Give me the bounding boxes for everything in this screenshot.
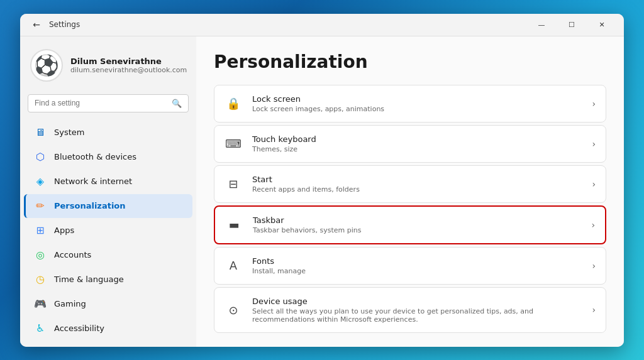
start-icon: ⊟ xyxy=(225,175,242,193)
sidebar-item-label-personalization: Personalization xyxy=(54,201,126,210)
lock-screen-text: Lock screenLock screen images, apps, ani… xyxy=(252,94,582,113)
settings-item-taskbar[interactable]: ▬TaskbarTaskbar behaviors, system pins› xyxy=(214,205,606,244)
accounts-icon: ◎ xyxy=(34,249,47,261)
touch-keyboard-icon: ⌨ xyxy=(225,135,242,153)
device-usage-desc: Select all the ways you plan to use your… xyxy=(252,307,582,324)
nav-list: 🖥System⬡Bluetooth & devices◈Network & in… xyxy=(20,120,196,347)
settings-list: 🔒Lock screenLock screen images, apps, an… xyxy=(214,85,606,333)
sidebar-item-accessibility[interactable]: ♿Accessibility xyxy=(24,317,192,341)
sidebar-item-apps[interactable]: ⊞Apps xyxy=(24,219,192,243)
taskbar-text: TaskbarTaskbar behaviors, system pins xyxy=(253,215,581,234)
search-icon: 🔍 xyxy=(172,99,182,108)
close-button[interactable]: ✕ xyxy=(587,14,616,35)
page-title: Personalization xyxy=(214,52,606,72)
sidebar-item-label-gaming: Gaming xyxy=(54,299,86,308)
avatar: ⚽ xyxy=(30,49,63,82)
touch-keyboard-text: Touch keyboardThemes, size xyxy=(252,134,582,153)
settings-item-touch-keyboard[interactable]: ⌨Touch keyboardThemes, size› xyxy=(214,125,606,163)
sidebar-item-label-accounts: Accounts xyxy=(54,250,91,259)
sidebar-item-label-time: Time & language xyxy=(54,275,124,284)
main-wrapper: Personalization 🔒Lock screenLock screen … xyxy=(196,36,624,347)
start-chevron-icon: › xyxy=(592,179,596,189)
search-input[interactable] xyxy=(35,99,167,107)
fonts-icon: A xyxy=(225,257,242,275)
time-icon: ◷ xyxy=(34,273,47,286)
taskbar-icon: ▬ xyxy=(225,216,243,234)
lock-screen-title: Lock screen xyxy=(252,94,582,104)
device-usage-chevron-icon: › xyxy=(592,305,596,315)
sidebar-item-label-accessibility: Accessibility xyxy=(54,324,104,333)
fonts-chevron-icon: › xyxy=(592,261,596,271)
sidebar-item-privacy[interactable]: 🛡Privacy & security xyxy=(24,341,192,347)
search-box[interactable]: 🔍 xyxy=(28,94,189,112)
user-email: dilum.senevirathne@outlook.com xyxy=(70,66,187,74)
device-usage-text: Device usageSelect all the ways you plan… xyxy=(252,297,582,324)
fonts-desc: Install, manage xyxy=(252,267,582,275)
sidebar-item-bluetooth[interactable]: ⬡Bluetooth & devices xyxy=(24,145,192,169)
user-name: Dilum Senevirathne xyxy=(70,57,187,66)
sidebar-item-gaming[interactable]: 🎮Gaming xyxy=(24,292,192,316)
network-icon: ◈ xyxy=(34,175,47,188)
system-icon: 🖥 xyxy=(34,126,47,139)
back-button[interactable]: ← xyxy=(28,16,45,33)
maximize-button[interactable]: ☐ xyxy=(557,14,586,35)
content-area: ⚽ Dilum Senevirathne dilum.senevirathne@… xyxy=(20,36,624,347)
sidebar-item-label-apps: Apps xyxy=(54,226,74,235)
sidebar-item-label-bluetooth: Bluetooth & devices xyxy=(54,152,136,161)
start-text: StartRecent apps and items, folders xyxy=(252,175,582,194)
bluetooth-icon: ⬡ xyxy=(34,151,47,163)
touch-keyboard-title: Touch keyboard xyxy=(252,134,582,144)
sidebar: ⚽ Dilum Senevirathne dilum.senevirathne@… xyxy=(20,36,196,347)
sidebar-item-system[interactable]: 🖥System xyxy=(24,121,192,145)
settings-item-device-usage[interactable]: ⊙Device usageSelect all the ways you pla… xyxy=(214,287,606,333)
taskbar-chevron-icon: › xyxy=(591,220,595,230)
sidebar-item-time[interactable]: ◷Time & language xyxy=(24,268,192,292)
window-controls: — ☐ ✕ xyxy=(527,14,616,35)
device-usage-icon: ⊙ xyxy=(225,301,242,319)
start-title: Start xyxy=(252,175,582,184)
fonts-title: Fonts xyxy=(252,256,582,266)
settings-item-lock-screen[interactable]: 🔒Lock screenLock screen images, apps, an… xyxy=(214,85,606,123)
main-content: Personalization 🔒Lock screenLock screen … xyxy=(196,36,624,347)
avatar-icon: ⚽ xyxy=(34,53,59,77)
settings-window: ← Settings — ☐ ✕ ⚽ Dilum Senevirathne di… xyxy=(20,14,624,347)
taskbar-desc: Taskbar behaviors, system pins xyxy=(253,226,581,234)
window-title: Settings xyxy=(49,20,527,29)
user-section: ⚽ Dilum Senevirathne dilum.senevirathne@… xyxy=(20,44,196,92)
sidebar-item-network[interactable]: ◈Network & internet xyxy=(24,170,192,194)
taskbar-title: Taskbar xyxy=(253,215,581,225)
lock-screen-chevron-icon: › xyxy=(592,99,596,109)
sidebar-item-label-system: System xyxy=(54,128,84,137)
touch-keyboard-desc: Themes, size xyxy=(252,145,582,153)
gaming-icon: 🎮 xyxy=(34,298,47,310)
user-info: Dilum Senevirathne dilum.senevirathne@ou… xyxy=(70,57,187,74)
touch-keyboard-chevron-icon: › xyxy=(592,139,596,149)
titlebar: ← Settings — ☐ ✕ xyxy=(20,14,624,36)
settings-item-start[interactable]: ⊟StartRecent apps and items, folders› xyxy=(214,165,606,203)
sidebar-item-personalization[interactable]: ✏Personalization xyxy=(24,194,192,218)
accessibility-icon: ♿ xyxy=(34,322,47,335)
device-usage-title: Device usage xyxy=(252,297,582,306)
start-desc: Recent apps and items, folders xyxy=(252,185,582,194)
sidebar-item-accounts[interactable]: ◎Accounts xyxy=(24,243,192,267)
sidebar-item-label-network: Network & internet xyxy=(54,177,132,186)
fonts-text: FontsInstall, manage xyxy=(252,256,582,275)
minimize-button[interactable]: — xyxy=(527,14,556,35)
settings-item-fonts[interactable]: AFontsInstall, manage› xyxy=(214,247,606,285)
apps-icon: ⊞ xyxy=(34,224,47,237)
lock-screen-icon: 🔒 xyxy=(225,95,242,112)
personalization-icon: ✏ xyxy=(34,200,47,212)
lock-screen-desc: Lock screen images, apps, animations xyxy=(252,105,582,113)
